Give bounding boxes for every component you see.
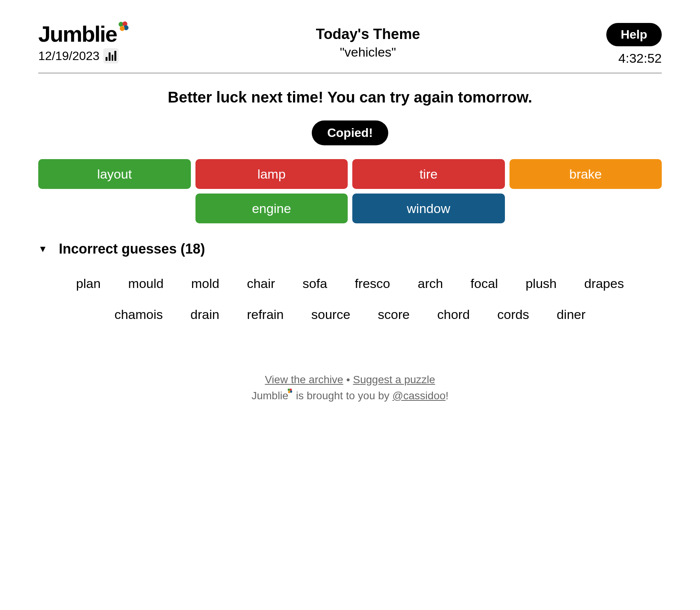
incorrect-word: chamois xyxy=(114,307,163,322)
logo[interactable]: Jumblie xyxy=(38,23,130,45)
incorrect-word: chord xyxy=(437,307,470,322)
caret-down-icon: ▼ xyxy=(38,244,47,254)
logo-text: Jumblie xyxy=(38,23,117,45)
answer-tile: engine xyxy=(195,194,348,223)
footer: View the archive • Suggest a puzzle Jumb… xyxy=(38,372,662,404)
incorrect-word: plan xyxy=(76,276,101,291)
incorrect-word: drain xyxy=(190,307,220,322)
date-row: 12/19/2023 xyxy=(38,48,130,63)
incorrect-word: score xyxy=(378,307,410,322)
answer-tiles: layoutlamptirebrakeenginewindow xyxy=(38,159,662,223)
author-link[interactable]: @cassidoo xyxy=(392,390,446,402)
incorrect-word: source xyxy=(311,307,350,322)
stats-icon[interactable] xyxy=(103,48,119,63)
incorrect-word: plush xyxy=(526,276,557,291)
answer-tile: brake xyxy=(510,159,662,189)
answer-tile: window xyxy=(352,194,505,223)
header-right: Help 4:32:52 xyxy=(606,23,662,66)
archive-link[interactable]: View the archive xyxy=(265,374,343,386)
incorrect-word: mold xyxy=(191,276,220,291)
footer-separator: • xyxy=(343,374,353,386)
incorrect-word: fresco xyxy=(355,276,390,291)
incorrect-word: diner xyxy=(557,307,586,322)
incorrect-word: mould xyxy=(128,276,164,291)
header-left: Jumblie 12/19/2023 xyxy=(38,23,130,63)
footer-credit-mid: is brought to you by xyxy=(293,390,392,402)
incorrect-word: arch xyxy=(418,276,443,291)
incorrect-word: refrain xyxy=(247,307,283,322)
incorrect-title: Incorrect guesses (18) xyxy=(59,241,205,257)
theme-label: Today's Theme xyxy=(316,26,420,42)
elapsed-timer: 4:32:52 xyxy=(619,51,662,66)
incorrect-word: focal xyxy=(470,276,498,291)
incorrect-list: planmouldmoldchairsofafrescoarchfocalplu… xyxy=(38,276,662,322)
logo-dots-icon xyxy=(118,21,130,33)
incorrect-word: cords xyxy=(497,307,529,322)
answer-tile: lamp xyxy=(195,159,348,189)
footer-credit-prefix: Jumblie xyxy=(251,390,288,402)
footer-logo-dots-icon xyxy=(288,389,293,394)
suggest-link[interactable]: Suggest a puzzle xyxy=(353,374,435,386)
incorrect-toggle[interactable]: ▼ Incorrect guesses (18) xyxy=(38,241,662,257)
incorrect-word: drapes xyxy=(584,276,624,291)
puzzle-date: 12/19/2023 xyxy=(38,49,99,63)
theme-value: "vehicles" xyxy=(316,45,420,60)
header: Jumblie 12/19/2023 Today's Theme "vehicl… xyxy=(38,23,662,73)
footer-credit-suffix: ! xyxy=(446,390,449,402)
incorrect-word: sofa xyxy=(303,276,327,291)
share-button[interactable]: Copied! xyxy=(312,120,388,145)
help-button[interactable]: Help xyxy=(606,23,662,46)
answer-tile: layout xyxy=(38,159,191,189)
answer-tile: tire xyxy=(352,159,505,189)
result-message: Better luck next time! You can try again… xyxy=(38,89,662,106)
incorrect-word: chair xyxy=(247,276,275,291)
header-center: Today's Theme "vehicles" xyxy=(316,23,420,60)
